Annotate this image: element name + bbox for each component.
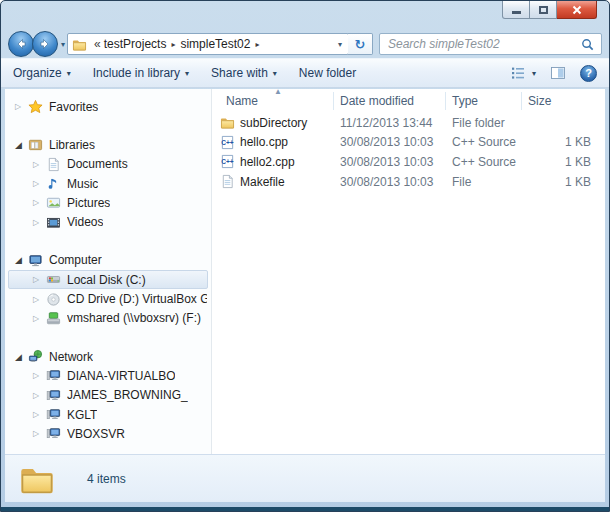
cpp-source-icon [220,154,235,169]
breadcrumb-overflow-chevron[interactable]: « [94,37,101,51]
column-header-date-modified[interactable]: Date modified [334,92,446,110]
breadcrumb[interactable]: « testProjects ▸ simpleTest02 ▸ ▾ [67,33,349,55]
chevron-down-icon: ▾ [67,69,71,78]
expander-icon[interactable]: ▷ [33,198,46,207]
address-dropdown-icon[interactable]: ▾ [338,40,342,49]
refresh-button[interactable]: ↻ [348,33,373,55]
sidebar-item-videos[interactable]: ▷ Videos [8,212,208,231]
expander-icon[interactable]: ▷ [33,314,46,323]
minimize-button[interactable] [502,1,530,19]
share-with-button[interactable]: Share with ▾ [211,66,277,80]
minimize-icon [512,11,521,14]
file-name: hello.cpp [240,135,288,149]
breadcrumb-segment-simpletest02[interactable]: simpleTest02 [180,37,250,51]
organize-button[interactable]: Organize ▾ [13,66,71,80]
sidebar-item-kglt[interactable]: ▷ KGLT [8,405,208,424]
sidebar-item-pictures[interactable]: ▷ Pictures [8,193,208,212]
item-count: 4 items [87,472,126,486]
breadcrumb-separator-icon[interactable]: ▸ [171,40,175,49]
sidebar-item-local-disk-c[interactable]: ▷ Local Disk (C:) [8,270,208,289]
collapse-icon[interactable]: ◢ [15,140,28,150]
organize-label: Organize [13,66,62,80]
sidebar-item-documents[interactable]: ▷ Documents [8,155,208,174]
sidebar-item-label: DIANA-VIRTUALBO [67,369,175,383]
sidebar-item-label: KGLT [67,408,97,422]
maximize-button[interactable] [530,1,557,19]
forward-button[interactable] [32,31,58,57]
search-icon[interactable] [580,37,595,52]
file-row-subdirectory[interactable]: subDirectory 11/12/2013 13:44 File folde… [212,113,605,133]
file-date: 30/08/2013 10:03 [334,135,446,149]
expander-icon[interactable]: ▷ [33,275,46,284]
document-icon [46,157,61,172]
file-name: subDirectory [240,116,307,130]
sidebar-item-diana-virtualbo[interactable]: ▷ DIANA-VIRTUALBO [8,366,208,385]
title-bar[interactable] [1,1,609,29]
sidebar-item-vmshared-f[interactable]: ▷ vmshared (\\vboxsrv) (F:) [8,309,208,328]
file-row-hello2-cpp[interactable]: hello2.cpp 30/08/2013 10:03 C++ Source 1… [212,152,605,172]
chevron-down-icon: ▾ [273,69,277,78]
file-type: C++ Source [446,155,522,169]
breadcrumb-separator-icon[interactable]: ▸ [255,40,259,49]
sidebar-item-cd-drive-d[interactable]: ▷ CD Drive (D:) VirtualBox Guest Ad [8,289,208,308]
expander-icon[interactable]: ▷ [15,102,28,111]
sidebar-item-label: Network [49,350,93,364]
music-note-icon [46,176,61,191]
search-input[interactable] [386,36,580,52]
chevron-down-icon: ▾ [185,69,189,78]
sidebar-item-music[interactable]: ▷ Music [8,174,208,193]
sidebar-item-label: Pictures [67,196,110,210]
network-pc-icon [46,426,61,441]
views-icon [510,65,526,81]
column-header-name[interactable]: Name [212,92,334,110]
file-size: 1 KB [522,155,605,169]
back-button[interactable] [8,31,34,57]
sidebar-item-label: vmshared (\\vboxsrv) (F:) [67,311,201,325]
expander-icon[interactable]: ▷ [33,371,46,380]
breadcrumb-segment-testprojects[interactable]: testProjects [104,37,167,51]
sidebar-item-computer[interactable]: ◢ Computer [8,251,208,270]
column-header-type[interactable]: Type [446,92,522,110]
new-folder-button[interactable]: New folder [299,66,356,80]
sort-ascending-icon: ▲ [274,89,282,96]
maximize-icon [539,6,548,14]
file-date: 11/12/2013 13:44 [334,116,446,130]
sidebar-item-libraries[interactable]: ◢ Libraries [8,135,208,154]
hard-disk-icon [46,272,61,287]
expander-icon[interactable]: ▷ [33,429,46,438]
expander-icon[interactable]: ▷ [33,295,46,304]
recent-pages-dropdown[interactable]: ▾ [61,40,65,49]
file-row-makefile[interactable]: Makefile 30/08/2013 10:03 File 1 KB [212,172,605,192]
picture-icon [46,195,61,210]
column-headers: ▲ Name Date modified Type Size [212,89,605,113]
help-button[interactable]: ? [580,65,597,82]
window-bottom-edge [1,507,609,511]
network-drive-icon [46,311,61,326]
column-header-size[interactable]: Size [522,92,605,110]
chevron-down-icon: ▾ [532,69,536,78]
sidebar-item-label: Favorites [49,100,98,114]
sidebar-item-label: Computer [49,253,102,267]
sidebar-item-james-browning[interactable]: ▷ JAMES_BROWNING_ [8,386,208,405]
change-view-button[interactable]: ▾ [510,65,536,81]
expander-icon[interactable]: ▷ [33,179,46,188]
file-row-hello-cpp[interactable]: hello.cpp 30/08/2013 10:03 C++ Source 1 … [212,133,605,153]
preview-pane-button[interactable] [550,65,566,81]
expander-icon[interactable]: ▷ [33,160,46,169]
expander-icon[interactable]: ▷ [33,391,46,400]
include-in-library-button[interactable]: Include in library ▾ [93,66,189,80]
file-name: hello2.cpp [240,155,295,169]
sidebar-item-label: JAMES_BROWNING_ [67,388,188,402]
expander-icon[interactable]: ▷ [33,218,46,227]
collapse-icon[interactable]: ◢ [15,352,28,362]
folder-icon [220,115,235,130]
share-with-label: Share with [211,66,268,80]
sidebar-item-network[interactable]: ◢ Network [8,347,208,366]
network-pc-icon [46,388,61,403]
sidebar-item-favorites[interactable]: ▷ Favorites [8,97,208,116]
expander-icon[interactable]: ▷ [33,410,46,419]
close-button[interactable] [557,1,597,19]
sidebar-item-vboxsvr[interactable]: ▷ VBOXSVR [8,424,208,443]
collapse-icon[interactable]: ◢ [15,255,28,265]
file-list-pane: ▲ Name Date modified Type Size subDirect… [212,89,605,454]
